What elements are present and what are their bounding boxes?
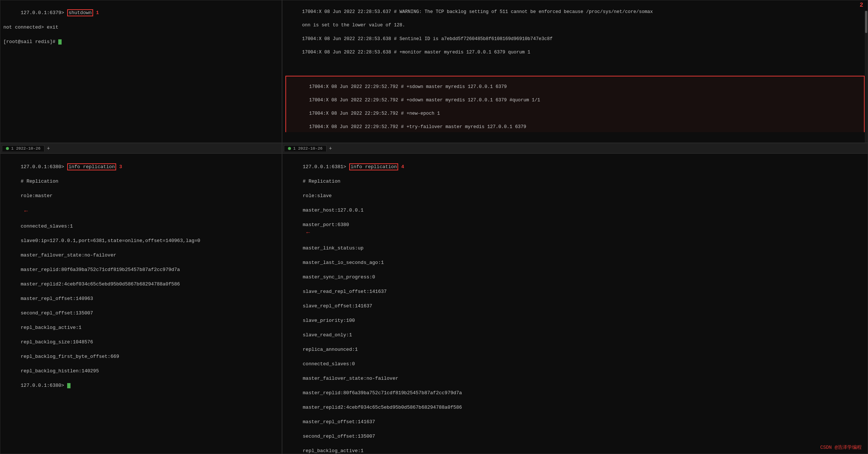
cursor-top-left	[58, 39, 62, 45]
tab-label-bottom-right: 1 2022-10-26	[293, 146, 322, 151]
scrollbar-thumb-top-right[interactable]	[865, 11, 867, 33]
terminal-bottom-left[interactable]: 1 2022-10-26 + 127.0.0.1:6380> info repl…	[0, 143, 282, 454]
tab-bar-bottom-left: 1 2022-10-26 +	[0, 143, 282, 154]
tab-label-bottom-left: 1 2022-10-26	[11, 146, 40, 151]
annotation-2: 2	[859, 2, 863, 9]
not-connected-line: not connected> exit	[3, 25, 58, 30]
scrollbar-top-right[interactable]	[865, 11, 868, 143]
terminal-bottom-left-content: 127.0.0.1:6380> info replication 3 # Rep…	[0, 154, 282, 454]
tab-bottom-right[interactable]: 1 2022-10-26	[284, 145, 327, 151]
annotation-1: 1	[93, 10, 99, 16]
terminal-top-left[interactable]: 127.0.0.1:6379> shutdown 1 not connected…	[0, 0, 282, 143]
tab-plus-bottom-left[interactable]: +	[45, 146, 52, 151]
tab-bottom-left[interactable]: 1 2022-10-26	[2, 145, 45, 151]
prompt-6379: 127.0.0.1:6379>	[21, 10, 67, 16]
tab-plus-bottom-right[interactable]: +	[327, 146, 334, 151]
terminal-bottom-right-content: 127.0.0.1:6381> info replication 4 # Rep…	[282, 154, 868, 454]
watermark: CSDN @浩泽学编程	[820, 444, 862, 451]
cursor-bottom-left	[67, 383, 71, 388]
tab-dot-bottom-right	[288, 147, 291, 150]
terminal-top-right-content: 17004:X 08 Jun 2022 22:28:53.637 # WARNI…	[282, 0, 868, 132]
shutdown-command: shutdown	[67, 9, 93, 16]
terminal-bottom-right[interactable]: 1 2022-10-26 + 127.0.0.1:6381> info repl…	[282, 143, 868, 454]
terminal-top-left-content: 127.0.0.1:6379> shutdown 1 not connected…	[0, 0, 282, 132]
root-prompt: [root@sail redis]#	[3, 39, 58, 45]
tab-dot-bottom-left	[6, 147, 9, 150]
terminal-top-right[interactable]: 2 17004:X 08 Jun 2022 22:28:53.637 # WAR…	[282, 0, 868, 143]
tab-bar-bottom-right: 1 2022-10-26 +	[282, 143, 868, 154]
